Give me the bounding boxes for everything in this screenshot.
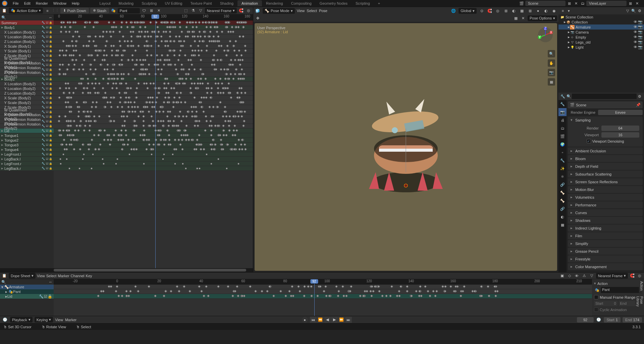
keyframe-row[interactable]	[54, 72, 253, 77]
keyframe-row[interactable]	[54, 138, 253, 143]
workspace-scripting[interactable]: Scripting	[352, 0, 374, 6]
ds-snap-dropdown[interactable]: Nearest Frame ▾	[596, 273, 628, 279]
vp-menu-pose[interactable]: Pose	[319, 9, 327, 13]
channel-row[interactable]: Y Location (Body1)🔧☑🔒	[0, 35, 54, 39]
prop-section[interactable]: Bloom	[568, 155, 643, 162]
channel-row[interactable]: Z Quaternion Rotation (Body1)🔧☑🔒	[0, 72, 54, 77]
frame-start-field[interactable]: Start1	[604, 317, 621, 323]
keyframe-row[interactable]	[54, 143, 253, 147]
prop-section[interactable]: Grease Pencil	[568, 248, 643, 255]
channel-row[interactable]: ▸Tongue1🔧☑🔒	[0, 133, 54, 138]
viewlayer-field[interactable]: ViewLayer	[586, 1, 627, 6]
autokey-icon[interactable]: ●	[302, 317, 308, 323]
keyframe-row[interactable]	[54, 35, 253, 39]
workspace-compositing[interactable]: Compositing	[287, 0, 316, 6]
prop-section[interactable]: Volumetrics	[568, 194, 643, 201]
prop-section[interactable]: Indirect Lighting	[568, 225, 643, 232]
preview-range-icon[interactable]: 🕐	[596, 317, 602, 323]
tab-texture[interactable]: ▦	[558, 221, 567, 229]
frame-end-field[interactable]: End174	[623, 317, 642, 323]
tab-particles[interactable]: ✨	[558, 164, 567, 173]
channel-row[interactable]: ▸LegBack.l🔧☑🔒	[0, 157, 54, 161]
channel-row[interactable]: X Location (Body2)🔧☑🔒	[0, 82, 54, 86]
tree-item[interactable]: ▸ ▽Legs_old👁📷	[558, 40, 644, 45]
prop-section[interactable]: Motion Blur	[568, 186, 643, 193]
workspace-modeling[interactable]: Modeling	[115, 0, 138, 6]
channel-row[interactable]: ▸Tongue4🔧☑🔒	[0, 147, 54, 152]
filter-triangle-icon[interactable]: ▽	[198, 8, 204, 14]
workspace-add[interactable]: +	[374, 0, 384, 6]
next-keyframe-button[interactable]: ⏩	[338, 317, 345, 323]
hidden-icon[interactable]: 👁	[574, 273, 580, 279]
tab-data[interactable]: 🦴	[558, 189, 567, 197]
keyframe-row[interactable]	[54, 147, 253, 152]
menu-window[interactable]: Window	[51, 1, 69, 5]
scene-name-field[interactable]: Scene	[525, 1, 566, 6]
editor-type-icon[interactable]: 🕐	[2, 317, 8, 323]
expand-icon[interactable]: ↔	[49, 280, 52, 284]
channel-row[interactable]: Y Scale (Body2)🔧☑🔒	[0, 100, 54, 105]
filter-triangle-icon[interactable]: ▽	[589, 273, 595, 279]
keyframe-row[interactable]	[54, 30, 253, 35]
tab-material[interactable]: ◐	[558, 213, 567, 221]
tree-item[interactable]: ▸ 🦴Armature👁📷	[558, 24, 644, 30]
snap-mode-dropdown[interactable]: Nearest Frame ▾	[205, 8, 237, 13]
tree-item[interactable]: ▸ ⊹Empty👁📷	[558, 35, 644, 40]
editor-type-icon[interactable]: 🔧	[560, 93, 566, 99]
viewport-canvas[interactable]: User Perspective (92) Armature : Lid X Y…	[255, 23, 557, 271]
prop-section[interactable]: Color Management	[568, 263, 643, 270]
channel-row[interactable]: Z Location (Body2)🔧☑🔒	[0, 91, 54, 96]
action-name-field[interactable]: Pant	[118, 8, 140, 13]
select-box-icon[interactable]: ⬚	[183, 8, 189, 14]
current-frame-field[interactable]: 92	[577, 317, 594, 323]
gizmo-visibility-icon[interactable]: ⊞	[503, 8, 509, 14]
prop-section[interactable]: Subsurface Scattering	[568, 170, 643, 178]
tab-physics[interactable]: ⚛	[558, 173, 567, 181]
tree-item[interactable]: ▸ 💡Light👁📷	[558, 45, 644, 50]
scene-delete-icon[interactable]: ✕	[573, 0, 579, 6]
vp-close-icon[interactable]: ✕	[520, 15, 526, 21]
keyframe-row[interactable]	[54, 44, 253, 49]
vp-menu-select[interactable]: Select	[307, 9, 317, 13]
tab-constraints[interactable]: 🔗	[558, 181, 567, 189]
ds-menu-view[interactable]: View	[37, 274, 45, 278]
ds-keyframe-area[interactable]: -2002040608010012014016018020021092	[54, 279, 592, 316]
frame-indicator[interactable]: 92	[151, 14, 159, 19]
channel-row[interactable]: Y Scale (Body1)🔧☑🔒	[0, 49, 54, 53]
tab-world[interactable]: 🌍	[558, 140, 567, 148]
filter-icon[interactable]: ▽	[625, 8, 631, 14]
workspace-texturepaint[interactable]: Texture Paint	[186, 0, 216, 6]
ds-menu-channel[interactable]: Channel	[71, 274, 85, 278]
ds-menu-select[interactable]: Select	[46, 274, 57, 278]
pan-icon[interactable]: ✋	[548, 59, 555, 67]
channel-row[interactable]: ▸LegFront.r🔧☑🔒	[0, 161, 54, 166]
prop-section[interactable]: Screen Space Reflections	[568, 178, 643, 185]
channel-row[interactable]: Z Quaternion Rotation (Body2)🔧☑🔒	[0, 124, 54, 129]
prop-section[interactable]: Ambient Occlusion	[568, 147, 643, 154]
magnet-icon[interactable]: 🧲	[238, 8, 244, 14]
magnet-icon[interactable]: 🧲	[629, 273, 635, 279]
render-engine-dropdown[interactable]: Eevee	[598, 110, 643, 115]
render-samples-field[interactable]: 64	[601, 126, 639, 131]
ds-menu-marker[interactable]: Marker	[58, 274, 69, 278]
prop-section[interactable]: Performance	[568, 201, 643, 208]
channel-row[interactable]: X Scale (Body1)🔧☑🔒	[0, 44, 54, 49]
keyframe-row[interactable]	[54, 114, 253, 119]
search-icon[interactable]: 🔍	[566, 93, 572, 99]
perspective-icon[interactable]: ▦	[548, 78, 555, 86]
channel-search[interactable]: 🔍 ↔	[0, 14, 54, 20]
pin-icon[interactable]: 📌	[636, 103, 641, 107]
orientation-icon[interactable]: 🌐	[450, 8, 457, 14]
ds-ruler[interactable]: -2002040608010012014016018020021092	[54, 279, 592, 285]
action-editor-mode-dropdown[interactable]: 🎭 Action Editor ▾	[9, 8, 43, 13]
pose-options-dropdown[interactable]: Pose Options ▾	[528, 15, 557, 21]
ds-channel-armature[interactable]: ▾🦴 Armature	[0, 285, 54, 289]
workspace-sculpting[interactable]: Sculpting	[138, 0, 161, 6]
selected-only-icon[interactable]: ◇	[567, 273, 573, 279]
workspace-uvediting[interactable]: UV Editing	[161, 0, 186, 6]
properties-search[interactable]	[572, 94, 637, 99]
prop-section[interactable]: Film	[568, 232, 643, 239]
orientation-dropdown[interactable]: Global ▾	[459, 8, 477, 14]
tab-bone[interactable]: 🦴	[558, 197, 567, 205]
keyframe-row[interactable]	[54, 67, 253, 72]
